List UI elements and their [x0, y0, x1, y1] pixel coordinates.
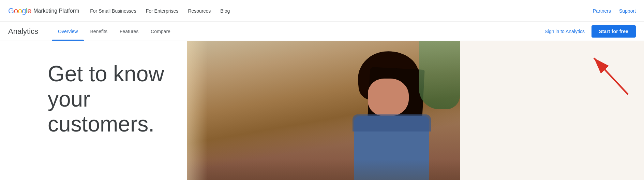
hero-right-background	[460, 41, 644, 180]
person-face	[368, 79, 409, 116]
sub-nav-right: Sign in to Analytics Start for free	[545, 25, 636, 38]
tab-overview[interactable]: Overview	[52, 22, 84, 41]
logo-area: Google Marketing Platform	[8, 6, 79, 15]
hero-section: Get to know your customers.	[0, 41, 644, 180]
sub-navigation: Analytics Overview Benefits Features Com…	[0, 22, 644, 41]
start-for-free-button[interactable]: Start for free	[591, 25, 636, 38]
top-navigation: Google Marketing Platform For Small Busi…	[0, 0, 644, 22]
nav-link-blog[interactable]: Blog	[220, 8, 230, 14]
platform-text: Marketing Platform	[33, 8, 79, 14]
google-g: G	[8, 6, 14, 15]
top-nav-links: For Small Businesses For Enterprises Res…	[90, 8, 593, 14]
sub-nav-tabs: Overview Benefits Features Compare	[52, 22, 177, 41]
nav-link-resources[interactable]: Resources	[188, 8, 211, 14]
tab-benefits[interactable]: Benefits	[84, 22, 114, 41]
analytics-title: Analytics	[8, 27, 38, 36]
bottom-gradient	[187, 160, 460, 180]
google-o2: o	[18, 6, 22, 15]
nav-link-partners[interactable]: Partners	[593, 8, 611, 14]
hero-heading: Get to know your customers.	[48, 61, 164, 137]
tab-compare[interactable]: Compare	[145, 22, 177, 41]
hero-text-block: Get to know your customers.	[48, 61, 164, 137]
nav-link-support[interactable]: Support	[619, 8, 636, 14]
left-light	[187, 41, 208, 180]
google-o1: o	[14, 6, 18, 15]
sign-in-link[interactable]: Sign in to Analytics	[545, 29, 585, 34]
jacket-shoulder	[353, 114, 431, 131]
nav-link-small-business[interactable]: For Small Businesses	[90, 8, 136, 14]
nav-link-enterprises[interactable]: For Enterprises	[146, 8, 179, 14]
plant-right	[419, 41, 460, 109]
hero-line2: your	[48, 87, 90, 111]
hero-image	[187, 41, 460, 180]
google-e: e	[27, 6, 31, 15]
google-logo: Google	[8, 6, 31, 15]
google-g2: g	[22, 6, 26, 15]
top-nav-right: Partners Support	[593, 8, 636, 14]
hero-line1: Get to know	[48, 61, 164, 86]
hero-line3: customers.	[48, 112, 154, 136]
tab-features[interactable]: Features	[114, 22, 145, 41]
